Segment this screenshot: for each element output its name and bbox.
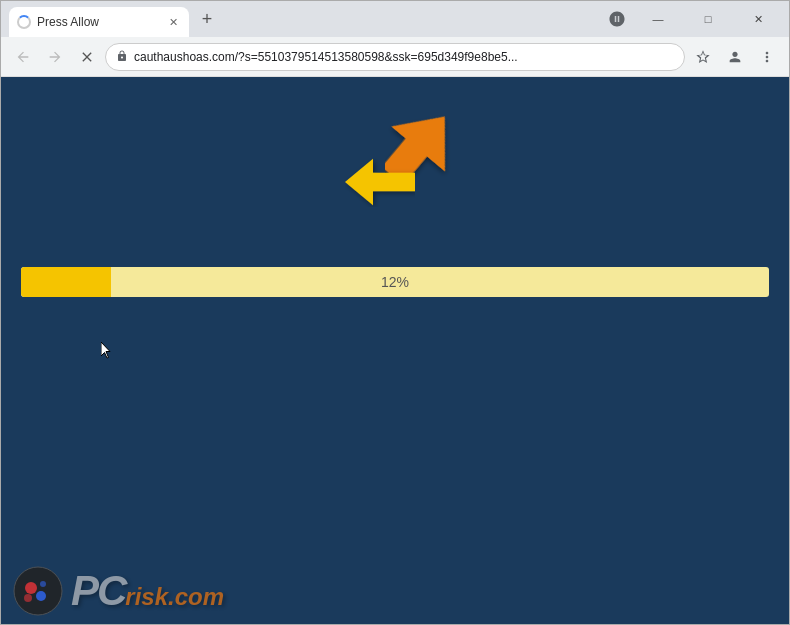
svg-point-5 — [36, 591, 46, 601]
yellow-arrow-icon — [345, 157, 415, 211]
arrows-container — [335, 107, 455, 227]
back-button[interactable] — [9, 43, 37, 71]
svg-point-4 — [25, 582, 37, 594]
svg-marker-2 — [345, 159, 415, 206]
svg-point-6 — [24, 594, 32, 602]
watermark-pc: PC — [71, 567, 125, 615]
watermark-risk: risk.com — [125, 583, 224, 611]
progress-bar-container: 12% — [21, 267, 769, 297]
pcrisk-logo — [13, 566, 63, 616]
watermark-text: PC risk.com — [71, 567, 224, 615]
mouse-cursor — [101, 342, 113, 360]
chrome-dino-icon[interactable] — [603, 5, 631, 33]
page-content: 12% PC risk.com — [1, 77, 789, 624]
maximize-button[interactable]: □ — [685, 1, 731, 37]
tab-spinner — [17, 15, 31, 29]
forward-button[interactable] — [41, 43, 69, 71]
svg-point-7 — [40, 581, 46, 587]
active-tab[interactable]: Press Allow ✕ — [9, 7, 189, 37]
profile-icon[interactable] — [721, 43, 749, 71]
url-text: cauthaushoas.com/?s=5510379514513580598&… — [134, 50, 674, 64]
svg-point-3 — [14, 567, 62, 615]
tab-title: Press Allow — [37, 15, 159, 29]
bookmark-star-icon[interactable] — [689, 43, 717, 71]
browser-window: Press Allow ✕ + — □ ✕ — [0, 0, 790, 625]
address-bar[interactable]: cauthaushoas.com/?s=5510379514513580598&… — [105, 43, 685, 71]
minimize-button[interactable]: — — [635, 1, 681, 37]
watermark: PC risk.com — [1, 558, 236, 624]
tab-strip: Press Allow ✕ + — [9, 1, 603, 37]
progress-bar-fill — [21, 267, 111, 297]
reload-button[interactable] — [73, 43, 101, 71]
window-controls: — □ ✕ — [635, 1, 781, 37]
close-button[interactable]: ✕ — [735, 1, 781, 37]
tab-close-button[interactable]: ✕ — [165, 14, 181, 30]
nav-bar: cauthaushoas.com/?s=5510379514513580598&… — [1, 37, 789, 77]
progress-bar-background: 12% — [21, 267, 769, 297]
title-bar: Press Allow ✕ + — □ ✕ — [1, 1, 789, 37]
chrome-menu-icon[interactable] — [753, 43, 781, 71]
new-tab-button[interactable]: + — [193, 5, 221, 33]
progress-label: 12% — [381, 274, 409, 290]
lock-icon — [116, 49, 128, 65]
